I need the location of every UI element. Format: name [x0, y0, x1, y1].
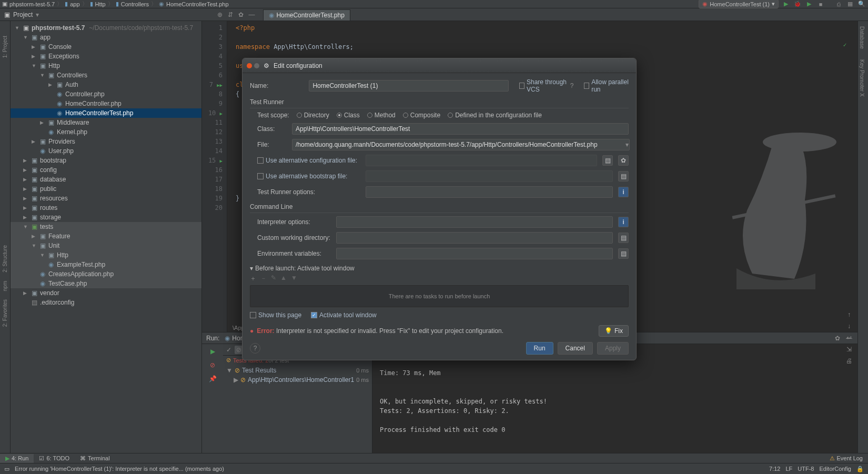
tree-row[interactable]: ◉Controller.php	[11, 89, 201, 99]
allow-parallel-checkbox[interactable]: Allow parallel run	[584, 78, 629, 93]
gear-icon[interactable]: ✿	[618, 155, 629, 166]
down-arrow-icon[interactable]: ↓	[845, 322, 853, 330]
run-button[interactable]: ▶	[782, 0, 790, 8]
layout-icon[interactable]: ▦	[846, 0, 854, 8]
target-icon[interactable]: ⊕	[216, 11, 224, 19]
working-dir-input[interactable]	[336, 232, 613, 244]
edit-button[interactable]: ✎	[271, 274, 276, 283]
editorconfig-label[interactable]: EditorConfig	[819, 466, 851, 472]
fix-button[interactable]: 💡 Fix	[599, 325, 629, 337]
tree-row[interactable]: ◉HomeControllerTest.php	[11, 108, 201, 118]
tool-tab-todo[interactable]: ☑ 6: TODO	[34, 454, 75, 463]
activate-window-checkbox[interactable]: Activate tool window	[311, 311, 377, 319]
favorites-tab[interactable]: 2: Favorites	[2, 295, 8, 331]
wrap-icon[interactable]: ↩	[845, 334, 853, 342]
help-icon[interactable]: ?	[570, 82, 574, 89]
share-vcs-checkbox[interactable]: Share through VCS ?	[519, 78, 573, 93]
tree-row[interactable]: ▤.editorconfig	[11, 298, 201, 307]
minimize-icon[interactable]	[254, 63, 259, 68]
browse-button[interactable]: ▤	[602, 155, 613, 166]
tree-row[interactable]: ▶▣Middleware	[11, 118, 201, 127]
run-config-selector[interactable]: ◉ HomeControllerTest (1) ▾	[699, 0, 779, 8]
close-icon[interactable]	[247, 63, 252, 68]
apply-button[interactable]: Apply	[597, 342, 629, 355]
tree-row[interactable]: ▶▣database	[11, 175, 201, 184]
database-tab[interactable]: Database	[858, 21, 866, 54]
tree-row[interactable]: ▶▣Auth	[11, 80, 201, 89]
tree-row[interactable]: ◉Kernel.php	[11, 127, 201, 137]
up-button[interactable]: ▲	[280, 274, 287, 283]
tree-row[interactable]: ▼▣Http	[11, 250, 201, 260]
line-separator[interactable]: LF	[785, 466, 792, 472]
scroll-icon[interactable]: ⇲	[845, 345, 853, 354]
chevron-down-icon[interactable]: ▾	[625, 141, 629, 148]
breadcrumb-root[interactable]: phpstorm-test-5.7	[9, 1, 55, 7]
file-input[interactable]	[292, 139, 630, 150]
project-tab[interactable]: 1: Project	[2, 32, 8, 62]
keypromoter-tab[interactable]: Key Promoter X	[858, 54, 866, 102]
tree-row[interactable]: ◉CreatesApplication.php	[11, 269, 201, 279]
tree-row[interactable]: ◉TestCase.php	[11, 279, 201, 288]
breadcrumb-controllers[interactable]: Controllers	[121, 1, 149, 7]
browse-button[interactable]: ▤	[618, 233, 629, 243]
tree-row[interactable]: ▼▣tests	[11, 222, 201, 231]
search-icon[interactable]: 🔍	[857, 0, 866, 8]
editor-tab[interactable]: ◉ HomeControllerTest.php	[263, 9, 350, 21]
alt-config-input[interactable]	[366, 155, 597, 166]
tree-row[interactable]: ◉HomeController.php	[11, 99, 201, 108]
print-icon[interactable]: 🖨	[845, 357, 853, 365]
tree-row[interactable]: ◉User.php	[11, 146, 201, 156]
alt-bootstrap-checkbox[interactable]: Use alternative bootstrap file:	[257, 173, 360, 180]
test-class-row[interactable]: ▶ ⊘ App\Http\Controllers\HomeController1…	[223, 375, 372, 385]
project-panel-header[interactable]: ▣ Project ▾	[0, 11, 43, 18]
status-icon[interactable]: ▭	[4, 466, 9, 472]
info-icon[interactable]: i	[618, 187, 629, 197]
tree-row[interactable]: ▶▣routes	[11, 203, 201, 213]
scope-radio-class[interactable]: Class	[337, 112, 360, 119]
tree-row[interactable]: ▶▣vendor	[11, 288, 201, 298]
window-controls[interactable]	[247, 63, 259, 68]
npm-tab[interactable]: npm	[2, 277, 8, 295]
tree-row[interactable]: ▶▣Exceptions	[11, 52, 201, 61]
alt-config-checkbox[interactable]: Use alternative configuration file:	[257, 157, 360, 164]
console-output[interactable]: Time: 73 ms, Mem OK, but incomplete, ski…	[372, 344, 857, 453]
hide-icon[interactable]: —	[247, 11, 256, 19]
tree-row[interactable]: ▶▣Providers	[11, 137, 201, 146]
tree-row[interactable]: ▼▣Unit	[11, 241, 201, 250]
remove-button[interactable]: －	[260, 274, 267, 283]
lock-icon[interactable]: 🔒	[856, 466, 864, 472]
stop-button[interactable]: ⊘	[207, 360, 218, 370]
name-input[interactable]	[309, 80, 509, 92]
check-icon[interactable]: ✓	[226, 346, 231, 354]
stop-button[interactable]: ■	[816, 0, 825, 8]
tree-row[interactable]: ▶▣public	[11, 184, 201, 194]
before-launch-header[interactable]: ▾ Before launch: Activate tool window	[250, 265, 629, 272]
add-button[interactable]: ＋	[250, 274, 256, 283]
scope-radio-defined-in-the-configuration-file[interactable]: Defined in the configuration file	[448, 112, 542, 119]
tree-row[interactable]: ▶▣Console	[11, 42, 201, 52]
tree-root[interactable]: ▼ ▣ phpstorm-test-5.7 ~/Documents/code/p…	[11, 23, 201, 33]
run-button[interactable]: Run	[526, 342, 553, 355]
gear-icon[interactable]: ✿	[833, 334, 842, 342]
class-input[interactable]	[292, 123, 629, 135]
tree-row[interactable]: ▼▣Http	[11, 61, 201, 70]
encoding[interactable]: UTF-8	[798, 466, 814, 472]
runner-options-input[interactable]	[366, 186, 613, 198]
rerun-button[interactable]: ▶	[207, 346, 218, 357]
breadcrumb-file[interactable]: HomeControllerTest.php	[166, 1, 229, 7]
show-this-page-checkbox[interactable]: Show this page	[250, 311, 301, 319]
structure-tab[interactable]: 2: Structure	[2, 241, 8, 277]
env-vars-input[interactable]	[336, 248, 613, 259]
tool-tab-terminal[interactable]: ⌘ Terminal	[75, 454, 115, 463]
tree-row[interactable]: ▼▣Controllers	[11, 70, 201, 80]
gear-icon[interactable]: ✿	[237, 11, 245, 19]
list-icon[interactable]: ▤	[618, 248, 629, 259]
breadcrumb-http[interactable]: Http	[95, 1, 106, 7]
breadcrumb-app[interactable]: app	[70, 1, 79, 7]
interp-options-input[interactable]	[336, 216, 613, 228]
alt-bootstrap-input[interactable]	[366, 170, 613, 182]
collapse-icon[interactable]: ⇵	[226, 11, 235, 19]
scope-radio-composite[interactable]: Composite	[403, 112, 440, 119]
tree-row[interactable]: ▶▣config	[11, 165, 201, 175]
pin-icon[interactable]: 📌	[207, 374, 218, 384]
